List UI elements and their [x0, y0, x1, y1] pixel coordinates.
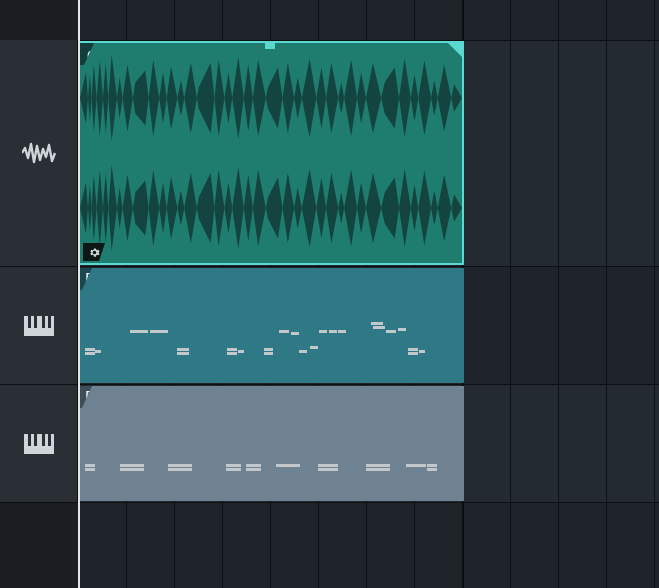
clip-name-bg: Plesence — [78, 386, 92, 408]
midi-note[interactable] — [291, 332, 299, 335]
midi-note[interactable] — [227, 352, 237, 355]
midi-clip[interactable]: Plesence — [78, 386, 464, 501]
audio-clip[interactable]: gh2_drm100_alientalk_ful — [78, 41, 464, 265]
clip-end-handle[interactable] — [448, 43, 462, 57]
arranger-view[interactable]: gh2_drm100_alientalk_ful Battery 4 Plese… — [0, 0, 659, 588]
playhead[interactable] — [78, 0, 80, 588]
midi-note[interactable] — [238, 350, 244, 353]
svg-rect-9 — [48, 434, 51, 446]
midi-note[interactable] — [120, 468, 144, 471]
waveform-icon — [22, 142, 56, 164]
midi-note[interactable] — [85, 348, 95, 351]
track-divider — [0, 266, 659, 267]
midi-note[interactable] — [264, 352, 273, 355]
svg-rect-1 — [28, 316, 31, 328]
midi-note[interactable] — [406, 464, 426, 467]
midi-note[interactable] — [366, 464, 390, 467]
midi-note[interactable] — [120, 464, 144, 467]
gridline — [606, 0, 607, 588]
track-gutter — [0, 0, 78, 588]
midi-note[interactable] — [95, 350, 101, 353]
midi-note[interactable] — [366, 468, 390, 471]
clip-name: Battery 4 — [85, 271, 149, 289]
piano-icon — [24, 316, 54, 336]
lane[interactable] — [78, 0, 659, 40]
svg-rect-2 — [34, 316, 37, 328]
midi-note[interactable] — [310, 346, 318, 349]
gridline — [510, 0, 511, 588]
midi-note[interactable] — [279, 330, 289, 333]
waveform-display — [80, 43, 462, 263]
midi-note[interactable] — [398, 328, 406, 331]
midi-note[interactable] — [386, 330, 396, 333]
clip-name-bg: Battery 4 — [78, 268, 92, 290]
svg-rect-3 — [42, 316, 45, 328]
clip-loop-marker[interactable] — [265, 43, 275, 49]
piano-icon — [24, 434, 54, 454]
midi-note[interactable] — [299, 350, 307, 353]
midi-note[interactable] — [276, 464, 300, 467]
midi-note[interactable] — [329, 330, 337, 333]
gridline — [558, 0, 559, 588]
midi-note[interactable] — [338, 330, 346, 333]
midi-note[interactable] — [177, 348, 189, 351]
midi-note[interactable] — [264, 348, 273, 351]
midi-note[interactable] — [130, 330, 148, 333]
midi-note[interactable] — [427, 468, 437, 471]
midi-note[interactable] — [408, 352, 418, 355]
midi-clip[interactable]: Battery 4 — [78, 268, 464, 383]
midi-note[interactable] — [246, 468, 261, 471]
track-divider — [0, 502, 659, 503]
lane[interactable] — [78, 503, 659, 588]
midi-note[interactable] — [371, 322, 383, 325]
midi-note[interactable] — [168, 468, 192, 471]
midi-note[interactable] — [85, 352, 95, 355]
gear-icon — [89, 247, 100, 258]
midi-note[interactable] — [177, 352, 189, 355]
track-header-midi[interactable] — [0, 267, 78, 384]
midi-note[interactable] — [427, 464, 437, 467]
midi-note[interactable] — [226, 468, 241, 471]
svg-rect-8 — [42, 434, 45, 446]
midi-note[interactable] — [246, 464, 261, 467]
track-divider — [0, 384, 659, 385]
midi-note[interactable] — [150, 330, 168, 333]
midi-note[interactable] — [85, 464, 95, 467]
midi-note[interactable] — [419, 350, 425, 353]
midi-note[interactable] — [85, 468, 95, 471]
svg-rect-6 — [28, 434, 31, 446]
clip-name: Plesence — [85, 389, 151, 407]
midi-note[interactable] — [408, 348, 418, 351]
svg-rect-4 — [48, 316, 51, 328]
track-header-audio[interactable] — [0, 40, 78, 266]
midi-note[interactable] — [318, 468, 338, 471]
svg-rect-7 — [34, 434, 37, 446]
midi-note[interactable] — [226, 464, 241, 467]
midi-note[interactable] — [319, 330, 327, 333]
midi-note[interactable] — [227, 348, 237, 351]
midi-note[interactable] — [373, 326, 385, 329]
track-header-midi[interactable] — [0, 385, 78, 502]
midi-note[interactable] — [168, 464, 192, 467]
midi-note[interactable] — [318, 464, 338, 467]
gridline — [654, 0, 655, 588]
